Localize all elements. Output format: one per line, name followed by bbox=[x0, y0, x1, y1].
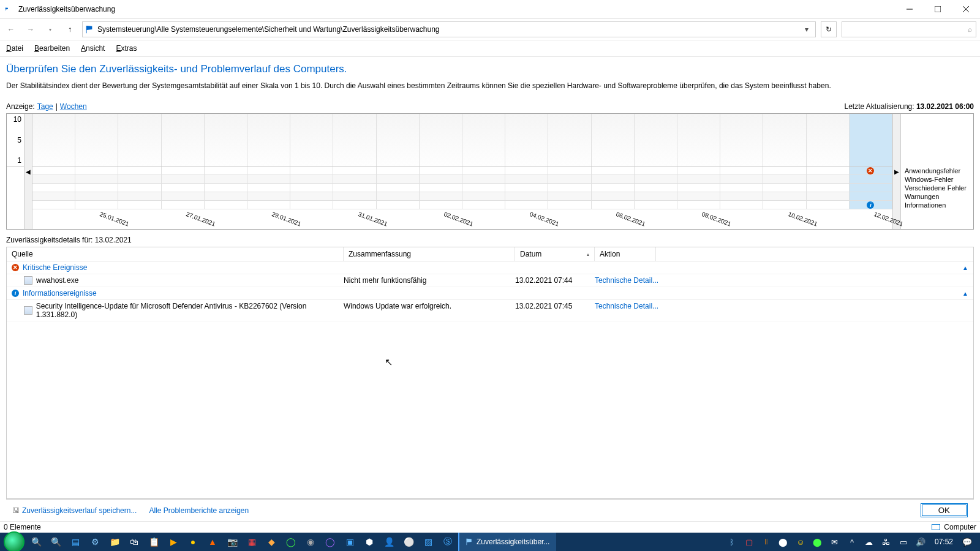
taskbar-media-icon[interactable]: ▶ bbox=[164, 533, 183, 551]
taskbar-app-9[interactable]: ◯ bbox=[321, 533, 339, 551]
taskbar-app-10[interactable]: ▣ bbox=[341, 533, 359, 551]
col-source[interactable]: Quelle bbox=[7, 247, 344, 261]
view-label: Anzeige: bbox=[6, 102, 35, 111]
taskbar-app-5[interactable]: ▦ bbox=[243, 533, 261, 551]
view-reports-link[interactable]: Alle Problemberichte anzeigen bbox=[149, 506, 249, 515]
col-summary[interactable]: Zusammenfassung bbox=[344, 247, 515, 261]
taskbar-app-1[interactable]: ▤ bbox=[66, 533, 85, 551]
footer-bar: 🖫 Zuverlässigkeitsverlauf speichern... A… bbox=[6, 499, 974, 521]
col-action[interactable]: Aktion bbox=[595, 247, 656, 261]
tray-onedrive-icon[interactable]: ☁ bbox=[862, 533, 876, 551]
back-button[interactable]: ← bbox=[4, 22, 18, 37]
technical-details-link[interactable]: Technische Detail... bbox=[595, 302, 658, 310]
tray-chevron-up-icon[interactable]: ^ bbox=[845, 533, 859, 551]
menu-edit[interactable]: Bearbeiten bbox=[34, 44, 70, 53]
breadcrumb-dropdown-icon[interactable]: ▾ bbox=[801, 25, 813, 34]
tray-mail-icon[interactable]: ✉ bbox=[828, 533, 842, 551]
group-title: Kritische Ereignisse bbox=[23, 263, 87, 272]
taskbar-app-2[interactable]: ⚙ bbox=[86, 533, 104, 551]
tray-bluetooth-icon[interactable]: ᛒ bbox=[725, 533, 739, 551]
breadcrumb[interactable]: Systemsteuerung\Alle Systemsteuerungsele… bbox=[82, 21, 816, 37]
app-flag-icon bbox=[5, 5, 13, 13]
group-header[interactable]: iInformationsereignisse▲ bbox=[7, 287, 973, 300]
tray-battery-icon[interactable]: ▭ bbox=[897, 533, 910, 551]
chart-grid[interactable]: ✕i25.01.202127.01.202129.01.202131.01.20… bbox=[32, 114, 892, 229]
content-area: Überprüfen Sie den Zuverlässigkeits- und… bbox=[0, 57, 980, 521]
taskbar-app-6[interactable]: ◆ bbox=[262, 533, 281, 551]
status-location: Computer bbox=[944, 523, 976, 531]
error-marker-icon: ✕ bbox=[867, 167, 874, 174]
taskbar-active-window[interactable]: Zuverlässigkeitsüber... bbox=[458, 533, 556, 551]
status-bar: 0 Elemente Computer bbox=[0, 521, 980, 533]
error-icon: ✕ bbox=[12, 264, 19, 271]
tray-app-5[interactable]: ⬤ bbox=[811, 533, 824, 551]
taskbar-skype-icon[interactable]: Ⓢ bbox=[439, 533, 457, 551]
taskbar-app-8[interactable]: ◉ bbox=[301, 533, 320, 551]
taskbar-app-12[interactable]: 👤 bbox=[380, 533, 398, 551]
view-toggle-row: Anzeige: Tage | Wochen Letzte Aktualisie… bbox=[6, 102, 974, 111]
ok-button[interactable]: OK bbox=[921, 503, 968, 517]
taskbar-vlc-icon[interactable]: ▲ bbox=[203, 533, 222, 551]
menu-extras[interactable]: Extras bbox=[116, 44, 137, 53]
collapse-icon[interactable]: ▲ bbox=[962, 264, 968, 271]
minimize-button[interactable] bbox=[895, 0, 924, 18]
start-button[interactable] bbox=[4, 531, 24, 551]
y-axis: 10 5 1 bbox=[7, 114, 24, 229]
refresh-button[interactable]: ↻ bbox=[821, 21, 837, 37]
window-title: Zuverlässigkeitsüberwachung bbox=[18, 5, 115, 13]
save-history-link[interactable]: Zuverlässigkeitsverlauf speichern... bbox=[22, 506, 137, 515]
page-title: Überprüfen Sie den Zuverlässigkeits- und… bbox=[6, 63, 974, 75]
forward-button[interactable]: → bbox=[23, 22, 38, 37]
chart-scroll-right[interactable]: ▶ bbox=[892, 114, 901, 229]
taskbar-app-14[interactable]: ▨ bbox=[419, 533, 437, 551]
taskbar-explorer-icon[interactable]: 📁 bbox=[105, 533, 124, 551]
table-row[interactable]: Security Intelligence-Update für Microso… bbox=[7, 300, 973, 321]
tray-app-1[interactable]: ▢ bbox=[742, 533, 756, 551]
table-row[interactable]: wwahost.exeNicht mehr funktionsfähig13.0… bbox=[7, 274, 973, 287]
taskbar-app-7[interactable]: ◯ bbox=[282, 533, 300, 551]
info-icon: i bbox=[12, 290, 19, 297]
taskbar-app-4[interactable]: ● bbox=[184, 533, 202, 551]
menu-bar: Datei Bearbeiten Ansicht Extras bbox=[0, 40, 980, 57]
taskbar-app-11[interactable]: ⬢ bbox=[360, 533, 379, 551]
group-header[interactable]: ✕Kritische Ereignisse▲ bbox=[7, 261, 973, 274]
taskbar-search-icon[interactable]: 🔍 bbox=[27, 533, 45, 551]
tray-app-3[interactable]: ⬤ bbox=[777, 533, 790, 551]
technical-details-link[interactable]: Technische Detail... bbox=[595, 276, 658, 285]
view-weeks-link[interactable]: Wochen bbox=[60, 102, 87, 111]
search-icon: ⌕ bbox=[968, 25, 972, 34]
taskbar-camera-icon[interactable]: 📷 bbox=[223, 533, 241, 551]
tray-notifications-icon[interactable]: 💬 bbox=[960, 533, 974, 551]
tray-clock[interactable]: 07:52 bbox=[931, 538, 957, 546]
collapse-icon[interactable]: ▲ bbox=[962, 290, 968, 297]
up-button[interactable]: ↑ bbox=[62, 22, 77, 37]
taskbar-app-3[interactable]: 📋 bbox=[145, 533, 163, 551]
search-input[interactable]: ⌕ bbox=[842, 21, 976, 37]
table-header: Quelle Zusammenfassung Datum▴ Aktion bbox=[7, 247, 973, 261]
tray-app-2[interactable]: ⦀ bbox=[760, 533, 773, 551]
details-header: Zuverlässigkeitsdetails für: 13.02.2021 bbox=[6, 236, 974, 244]
sort-asc-icon: ▴ bbox=[587, 252, 589, 257]
menu-view[interactable]: Ansicht bbox=[81, 44, 105, 53]
chart-scroll-left[interactable]: ◀ bbox=[24, 114, 32, 229]
breadcrumb-flag-icon bbox=[85, 25, 94, 34]
group-title: Informationsereignisse bbox=[23, 289, 97, 298]
title-bar: Zuverlässigkeitsüberwachung bbox=[0, 0, 980, 18]
menu-file[interactable]: Datei bbox=[6, 44, 23, 53]
taskbar-app-13[interactable]: ⚪ bbox=[399, 533, 418, 551]
taskbar-everything-icon[interactable]: 🔍 bbox=[47, 533, 65, 551]
tray-app-4[interactable]: ☺ bbox=[794, 533, 807, 551]
taskbar-store-icon[interactable]: 🛍 bbox=[125, 533, 143, 551]
tray-volume-icon[interactable]: 🔊 bbox=[914, 533, 927, 551]
col-date[interactable]: Datum▴ bbox=[515, 247, 595, 261]
last-update-label: Letzte Aktualisierung: bbox=[845, 102, 916, 111]
save-icon: 🖫 bbox=[12, 506, 20, 515]
page-description: Der Stabilitätsindex dient der Bewertung… bbox=[6, 81, 974, 90]
close-button[interactable] bbox=[952, 0, 980, 18]
recent-dropdown-icon[interactable]: ▾ bbox=[43, 22, 58, 37]
chart-legend: Anwendungsfehler Windows-Fehler Verschie… bbox=[901, 114, 973, 229]
tray-network-icon[interactable]: 🖧 bbox=[880, 533, 893, 551]
view-days-link[interactable]: Tage bbox=[37, 102, 53, 111]
app-icon bbox=[24, 306, 32, 315]
maximize-button[interactable] bbox=[924, 0, 952, 18]
